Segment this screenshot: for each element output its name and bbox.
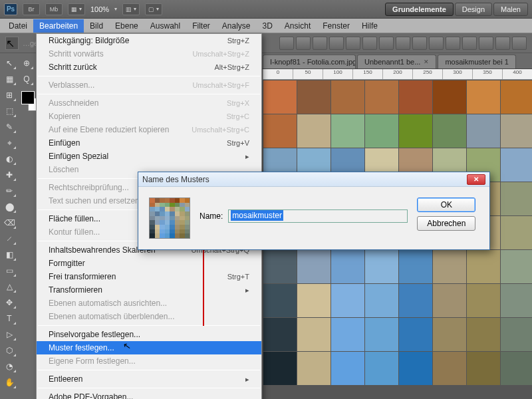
tool-15[interactable]: ✥ — [1, 295, 17, 310]
tool-7[interactable]: ✚ — [1, 168, 17, 182]
align-icon-14[interactable] — [512, 37, 527, 50]
menu-item-kopieren: KopierenStrg+C — [37, 110, 261, 123]
name-label: Name: — [200, 211, 223, 221]
tool-1[interactable]: ▦ — [1, 72, 17, 86]
menu-item-transformieren[interactable]: Transformieren▸ — [37, 283, 261, 297]
arrange-docs-button[interactable]: ▥ — [122, 3, 140, 15]
tool-8[interactable]: ✏ — [1, 184, 17, 198]
tool-20[interactable]: ✋ — [1, 375, 17, 390]
menubar: DateiBearbeitenBildEbeneAuswahlFilterAna… — [0, 19, 532, 33]
align-icon-0[interactable] — [279, 37, 294, 50]
menu-item-einf-gen[interactable]: EinfügenStrg+V — [37, 136, 261, 150]
tool-10[interactable]: ⌫ — [1, 215, 17, 230]
menu-item-schritt-zur-ck[interactable]: Schritt zurückAlt+Strg+Z — [37, 61, 261, 74]
tool-16[interactable]: T — [1, 311, 17, 326]
align-icon-4[interactable] — [346, 37, 360, 50]
tool-19[interactable]: ◔ — [1, 359, 17, 374]
document-tab-1[interactable]: Unbenannt1 be...✕ — [357, 55, 436, 68]
view-extras-button[interactable]: ▦ — [68, 3, 85, 15]
align-icon-13[interactable] — [495, 37, 510, 50]
menu-item-ebenen-automatisch-ausrichten: Ebenen automatisch ausrichten... — [37, 297, 261, 310]
menu-item-adobe-pdf-vorgaben[interactable]: Adobe PDF-Vorgaben... — [37, 390, 261, 399]
ok-button[interactable]: OK — [417, 198, 475, 212]
menu-item-r-ckg-ngig-bildgr-e[interactable]: Rückgängig: BildgrößeStrg+Z — [37, 34, 261, 47]
tool-14[interactable]: △ — [1, 279, 17, 294]
tool-6[interactable]: ◐ — [1, 152, 17, 166]
dialog-close-button[interactable]: ✕ — [467, 174, 485, 185]
menu-auswahl[interactable]: Auswahl — [144, 19, 186, 33]
align-icon-1[interactable] — [296, 37, 311, 50]
menu-item-entleeren[interactable]: Entleeren▸ — [37, 372, 261, 386]
tool-22[interactable]: Q — [19, 72, 35, 86]
ruler-horizontal: 050100150200250300350400 — [263, 69, 532, 80]
menu-item-formgitter[interactable]: Formgitter — [37, 257, 261, 270]
tool-13[interactable]: ▭ — [1, 263, 17, 278]
align-icon-3[interactable] — [329, 37, 344, 50]
menu-item-ausschneiden: AusschneidenStrg+X — [37, 96, 261, 110]
menu-hilfe[interactable]: Hilfe — [356, 19, 384, 33]
menu-ebene[interactable]: Ebene — [109, 19, 144, 33]
document-tab-2[interactable]: mosaikmuster bei 1 — [438, 55, 515, 68]
menu-fenster[interactable]: Fenster — [317, 19, 356, 33]
tool-5[interactable]: ⌖ — [1, 136, 17, 150]
menu-item-muster-festlegen[interactable]: Muster festlegen... — [37, 341, 261, 354]
menu-item-frei-transformieren[interactable]: Frei transformierenStrg+T — [37, 270, 261, 283]
menu-filter[interactable]: Filter — [186, 19, 216, 33]
zoom-level[interactable]: 100% — [90, 5, 109, 13]
workspace-malen[interactable]: Malen — [493, 3, 528, 16]
workspace-design[interactable]: Design — [455, 3, 492, 16]
menu-item-auf-eine-ebene-reduziert-kopieren: Auf eine Ebene reduziert kopierenUmschal… — [37, 123, 261, 136]
app-logo: Ps — [4, 3, 17, 15]
tool-18[interactable]: ⬡ — [1, 343, 17, 358]
align-icon-7[interactable] — [396, 37, 410, 50]
tool-4[interactable]: ✎ — [1, 120, 17, 134]
zoom-chevron-icon[interactable]: ▾ — [114, 6, 117, 12]
move-tool-icon: ↖ — [5, 37, 19, 50]
align-icon-6[interactable] — [379, 37, 394, 50]
menu-datei[interactable]: Datei — [3, 19, 33, 33]
dialog-titlebar[interactable]: Name des Musters ✕ — [138, 172, 489, 187]
align-icon-12[interactable] — [479, 37, 493, 50]
tab-close-icon[interactable]: ✕ — [424, 59, 429, 65]
pattern-thumbnail — [149, 198, 190, 239]
tool-0[interactable]: ↖ — [1, 56, 17, 70]
align-icon-5[interactable] — [362, 37, 377, 50]
align-icon-10[interactable] — [446, 37, 460, 50]
tool-9[interactable]: ⬤ — [1, 200, 17, 214]
tools-panel: ↖▦⊞⬚✎⌖◐✚✏⬤⌫⟋◧▭△✥T▷⬡◔✋⊕Q — [0, 53, 36, 399]
menu-item-verblassen: Verblassen...Umschalt+Strg+F — [37, 78, 261, 92]
workspace-grundelemente[interactable]: Grundelemente — [385, 3, 454, 16]
menu-item-eigene-form-festlegen: Eigene Form festlegen... — [37, 354, 261, 368]
menu-bild[interactable]: Bild — [84, 19, 109, 33]
screen-mode-button[interactable]: ▢ — [145, 3, 162, 15]
cancel-button[interactable]: Abbrechen — [417, 216, 475, 231]
tool-3[interactable]: ⬚ — [1, 104, 17, 118]
dialog-title-text: Name des Musters — [142, 175, 209, 184]
align-icon-8[interactable] — [412, 37, 427, 50]
menu-ansicht[interactable]: Ansicht — [279, 19, 317, 33]
app-toolbar: Ps Br Mb ▦ 100% ▾ ▥ ▢ Grundelemente Desi… — [0, 0, 532, 19]
menu-item-pinselvorgabe-festlegen[interactable]: Pinselvorgabe festlegen... — [37, 328, 261, 341]
tool-17[interactable]: ▷ — [1, 327, 17, 342]
tool-21[interactable]: ⊕ — [19, 56, 35, 70]
menu-3d[interactable]: 3D — [257, 19, 279, 33]
tool-12[interactable]: ◧ — [1, 247, 17, 262]
document-tab-0[interactable]: I-knopf81 - Fotolia.com.jpg✕ — [263, 55, 356, 68]
menu-analyse[interactable]: Analyse — [216, 19, 257, 33]
menu-item-einf-gen-spezial[interactable]: Einfügen Spezial▸ — [37, 150, 261, 163]
menu-item-ebenen-automatisch-berblenden: Ebenen automatisch überblenden... — [37, 310, 261, 323]
tool-11[interactable]: ⟋ — [1, 231, 17, 246]
minibridge-button[interactable]: Mb — [45, 3, 63, 15]
cursor-icon: ↖ — [122, 340, 132, 352]
bridge-button[interactable]: Br — [23, 3, 40, 15]
menu-bearbeiten[interactable]: Bearbeiten — [33, 19, 84, 33]
align-icon-11[interactable] — [462, 37, 477, 50]
pattern-name-dialog: Name des Musters ✕ Name: mosaikmuster OK… — [138, 172, 490, 250]
pattern-name-input[interactable]: mosaikmuster — [228, 209, 408, 223]
align-icon-9[interactable] — [429, 37, 444, 50]
tool-2[interactable]: ⊞ — [1, 88, 17, 102]
menu-item-schritt-vorw-rts: Schritt vorwärtsUmschalt+Strg+Z — [37, 47, 261, 61]
align-icon-2[interactable] — [313, 37, 327, 50]
